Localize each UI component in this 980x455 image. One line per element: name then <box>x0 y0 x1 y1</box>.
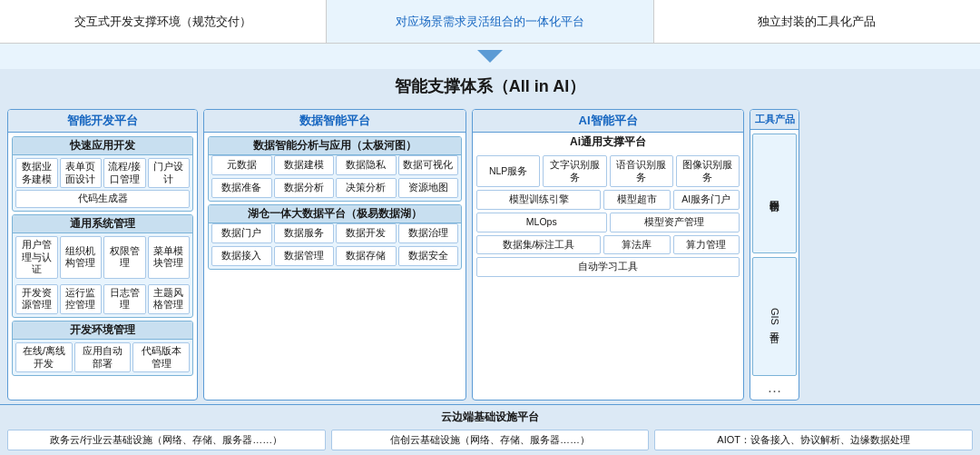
ai-cell-3-0: 数据集/标注工具 <box>476 235 601 255</box>
data-platform-box: 数据智能平台 数据智能分析与应用（太极河图） 元数据 数据建模 数据隐私 数据可… <box>203 109 466 401</box>
data-lake-title: 湖仓一体大数据平台（极易数据湖） <box>209 205 461 223</box>
ai-cell-0-0: NLP服务 <box>476 155 540 187</box>
tools-box: 工具产品 物联网平台 GIS云平台 … <box>750 109 799 401</box>
env-mgmt-cell-1: 在线/离线开发 <box>15 342 73 372</box>
data-analysis-cell-2: 数据建模 <box>274 155 335 175</box>
sys-mgmt-title: 通用系统管理 <box>13 215 192 233</box>
data-platform-title: 数据智能平台 <box>204 110 466 133</box>
bottom-cell-2: 信创云基础设施（网络、存储、服务器……） <box>331 430 650 450</box>
data-analysis-cell-3: 数据隐私 <box>336 155 397 175</box>
bottom-cell-1: 政务云/行业云基础设施（网络、存储、服务器……） <box>7 430 326 450</box>
arrow-down-icon <box>477 50 503 63</box>
data-analysis-row2: 数据准备 数据分析 决策分析 资源地图 <box>209 178 461 201</box>
env-mgmt-cells: 在线/离线开发 应用自动部署 代码版本管理 <box>13 340 192 375</box>
sys-mgmt-cell-6: 运行监控管理 <box>60 284 103 314</box>
sys-mgmt-cell-5: 开发资源管理 <box>15 284 58 314</box>
bottom-title: 云边端基础设施平台 <box>7 408 973 427</box>
env-mgmt-cell-2: 应用自动部署 <box>74 342 132 372</box>
data-analysis-cell-5: 数据准备 <box>211 178 272 198</box>
dev-platform-box: 智能开发平台 快速应用开发 数据业务建模 表单页面设计 流程/接口管理 门户设计… <box>7 109 198 401</box>
data-analysis-cell-8: 资源地图 <box>398 178 459 198</box>
sys-mgmt-group: 通用系统管理 用户管理与认证 组织机构管理 权限管理 菜单模块管理 开发资源管理… <box>12 214 193 318</box>
ai-cell-4-0: 自动学习工具 <box>476 257 740 277</box>
data-lake-cell-7: 数据存储 <box>336 246 397 266</box>
ai-sub-title: Ai通用支撑平台 <box>473 133 743 153</box>
sys-mgmt-cells-row1: 用户管理与认证 组织机构管理 权限管理 菜单模块管理 <box>13 233 192 282</box>
top-bar-item-1: 交互式开发支撑环境（规范交付） <box>0 0 327 43</box>
data-lake-row2: 数据接入 数据管理 数据存储 数据安全 <box>209 246 461 269</box>
tools-item-1: 物联网平台 <box>752 134 797 253</box>
ai-cell-1-1: 模型超市 <box>603 190 671 210</box>
bottom-section: 云边端基础设施平台 政务云/行业云基础设施（网络、存储、服务器……） 信创云基础… <box>0 404 980 455</box>
data-lake-row1: 数据门户 数据服务 数据开发 数据治理 <box>209 223 461 246</box>
tools-title: 工具产品 <box>750 110 799 130</box>
ai-platform-content: Ai通用支撑平台 NLP服务 文字识别服务 语音识别服务 图像识别服务 模型训练… <box>473 133 743 400</box>
tools-content: 物联网平台 GIS云平台 … <box>750 130 799 400</box>
quick-dev-cell-4: 门户设计 <box>148 158 191 188</box>
data-analysis-group: 数据智能分析与应用（太极河图） 元数据 数据建模 数据隐私 数据可视化 数据准备… <box>208 136 462 202</box>
data-analysis-cell-7: 决策分析 <box>336 178 397 198</box>
sys-mgmt-cell-7: 日志管理 <box>103 284 146 314</box>
sys-mgmt-cells-row2: 开发资源管理 运行监控管理 日志管理 主题风格管理 <box>13 282 192 317</box>
data-lake-cell-4: 数据治理 <box>398 223 459 243</box>
quick-dev-title: 快速应用开发 <box>13 137 192 155</box>
env-mgmt-cell-3: 代码版本管理 <box>132 342 190 372</box>
ai-row-0: NLP服务 文字识别服务 语音识别服务 图像识别服务 <box>473 153 743 187</box>
data-lake-cell-8: 数据安全 <box>398 246 459 266</box>
dev-platform-title: 智能开发平台 <box>8 110 197 133</box>
ai-cell-1-0: 模型训练引擎 <box>476 190 601 210</box>
ai-row-4: 自动学习工具 <box>473 254 743 281</box>
top-bar: 交互式开发支撑环境（规范交付） 对应场景需求灵活组合的一体化平台 独立封装的工具… <box>0 0 980 44</box>
ai-cell-2-0: MLOps <box>476 213 607 232</box>
data-platform-content: 数据智能分析与应用（太极河图） 元数据 数据建模 数据隐私 数据可视化 数据准备… <box>204 133 466 400</box>
data-lake-group: 湖仓一体大数据平台（极易数据湖） 数据门户 数据服务 数据开发 数据治理 数据接… <box>208 204 462 270</box>
sys-mgmt-cell-4: 菜单模块管理 <box>148 236 191 279</box>
ai-cell-0-1: 文字识别服务 <box>543 155 606 187</box>
data-analysis-cell-6: 数据分析 <box>274 178 335 198</box>
ai-row-1: 模型训练引擎 模型超市 AI服务门户 <box>473 187 743 210</box>
sys-mgmt-cell-8: 主题风格管理 <box>148 284 191 314</box>
data-lake-cell-1: 数据门户 <box>211 223 272 243</box>
quick-dev-cell-3: 流程/接口管理 <box>103 158 146 188</box>
dev-platform-content: 快速应用开发 数据业务建模 表单页面设计 流程/接口管理 门户设计 代码生成器 … <box>8 133 197 400</box>
data-lake-cell-2: 数据服务 <box>274 223 335 243</box>
env-mgmt-title: 开发环境管理 <box>13 321 192 340</box>
content-area: 智能开发平台 快速应用开发 数据业务建模 表单页面设计 流程/接口管理 门户设计… <box>0 104 980 404</box>
data-analysis-cell-1: 元数据 <box>211 155 272 175</box>
sys-mgmt-cell-2: 组织机构管理 <box>60 236 103 279</box>
sys-mgmt-cell-1: 用户管理与认证 <box>15 236 58 279</box>
quick-dev-cells: 数据业务建模 表单页面设计 流程/接口管理 门户设计 代码生成器 <box>13 155 192 211</box>
ai-row-2: MLOps 模型资产管理 <box>473 210 743 232</box>
bottom-cells: 政务云/行业云基础设施（网络、存储、服务器……） 信创云基础设施（网络、存储、服… <box>7 427 973 452</box>
top-bar-item-3: 独立封装的工具化产品 <box>654 0 980 43</box>
ai-platform-title: AI智能平台 <box>473 110 743 133</box>
ai-cell-3-2: 算力管理 <box>673 235 740 255</box>
sys-mgmt-cell-3: 权限管理 <box>103 236 146 279</box>
tools-dots: … <box>768 380 782 396</box>
quick-dev-group: 快速应用开发 数据业务建模 表单页面设计 流程/接口管理 门户设计 代码生成器 <box>12 136 193 212</box>
data-lake-cell-6: 数据管理 <box>274 246 335 266</box>
quick-dev-cell-5: 代码生成器 <box>15 190 190 208</box>
env-mgmt-group: 开发环境管理 在线/离线开发 应用自动部署 代码版本管理 <box>12 321 193 376</box>
top-bar-item-2: 对应场景需求灵活组合的一体化平台 <box>327 0 653 43</box>
ai-cell-0-2: 语音识别服务 <box>610 155 673 187</box>
ai-cell-2-1: 模型资产管理 <box>610 213 740 232</box>
main-title: 智能支撑体系（All in AI） <box>0 69 980 104</box>
ai-platform-box: AI智能平台 Ai通用支撑平台 NLP服务 文字识别服务 语音识别服务 图像识别… <box>472 109 744 401</box>
quick-dev-cell-2: 表单页面设计 <box>60 158 103 188</box>
bottom-cell-3: AIOT：设备接入、协议解析、边缘数据处理 <box>654 430 973 450</box>
data-analysis-cell-4: 数据可视化 <box>398 155 459 175</box>
ai-cell-1-2: AI服务门户 <box>673 190 740 210</box>
data-lake-cell-5: 数据接入 <box>211 246 272 266</box>
data-lake-cell-3: 数据开发 <box>336 223 397 243</box>
ai-cell-3-1: 算法库 <box>603 235 671 255</box>
main-container: 交互式开发支撑环境（规范交付） 对应场景需求灵活组合的一体化平台 独立封装的工具… <box>0 0 980 455</box>
quick-dev-cell-1: 数据业务建模 <box>15 158 58 188</box>
tools-item-2: GIS云平台 <box>752 257 797 377</box>
arrow-section <box>0 44 980 69</box>
data-analysis-row1: 元数据 数据建模 数据隐私 数据可视化 <box>209 155 461 178</box>
ai-cell-0-3: 图像识别服务 <box>676 155 740 187</box>
ai-row-3: 数据集/标注工具 算法库 算力管理 <box>473 232 743 255</box>
data-analysis-title: 数据智能分析与应用（太极河图） <box>209 137 461 155</box>
